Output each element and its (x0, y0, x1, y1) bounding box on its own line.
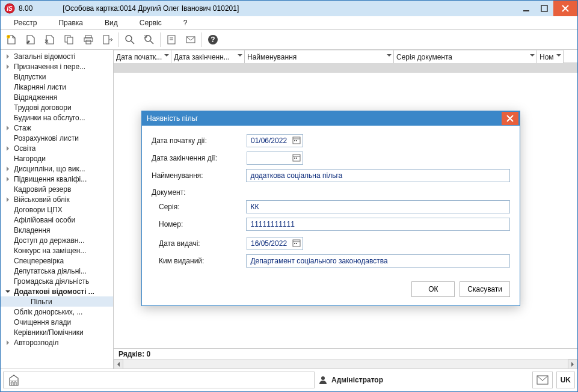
menu-help[interactable]: ? (183, 19, 188, 27)
tree-item[interactable]: Стаж (1, 123, 113, 133)
tree-item[interactable]: Нагороди (1, 153, 113, 164)
horizontal-scrollbar[interactable] (114, 359, 577, 369)
tree-item[interactable]: Афілійовані особи (1, 215, 113, 225)
tree-item-label: Стаж (14, 124, 31, 132)
end-date-label: Дата закінчення дії: (152, 154, 247, 162)
tree-item[interactable]: Відпустки (1, 72, 113, 82)
tree-item[interactable]: Дисципліни, що вик... (1, 164, 113, 174)
grid-column-header[interactable]: Дата закінченн... (171, 50, 245, 63)
maximize-button[interactable] (535, 1, 553, 16)
dropdown-icon[interactable] (387, 53, 392, 58)
chevron-right-icon (4, 278, 11, 285)
tree-item[interactable]: Договори ЦПХ (1, 204, 113, 215)
grid-column-header[interactable]: Найменування (245, 50, 394, 63)
tree-item[interactable]: Загальні відомості (1, 51, 113, 61)
tree-item[interactable]: Призначення і пере... (1, 61, 113, 72)
menu-edit[interactable]: Правка (58, 19, 83, 27)
scroll-left-button[interactable] (114, 360, 123, 369)
ok-button[interactable]: ОК (411, 281, 455, 297)
grid-column-header[interactable]: Ном (537, 50, 564, 63)
tree-item[interactable]: Пільги (1, 296, 113, 307)
tree-item[interactable]: Підвищення кваліфі... (1, 174, 113, 184)
edit-button[interactable] (21, 31, 40, 49)
dialog-titlebar[interactable]: Наявність пільг (142, 111, 520, 126)
menu-registry[interactable]: Реєстр (14, 19, 37, 27)
grid-column-label: Найменування (247, 53, 297, 61)
search-next-button[interactable] (140, 31, 159, 49)
document-section-label: Документ: (152, 188, 510, 197)
number-label: Номер: (152, 220, 246, 228)
number-input[interactable] (246, 218, 510, 231)
tree-item[interactable]: Відрядження (1, 92, 113, 102)
tree-item-label: Розрахункові листи (14, 134, 79, 142)
svg-rect-8 (84, 38, 93, 41)
status-mail[interactable] (532, 372, 553, 388)
tree-item-label: Громадська діяльність (14, 277, 89, 286)
tree-item[interactable]: Очищення влади (1, 317, 113, 327)
tree-item[interactable]: Будинки на обслуго... (1, 112, 113, 123)
tree-item[interactable]: Авторозподіл (1, 337, 113, 348)
issuer-input[interactable] (246, 254, 510, 268)
grid-column-header[interactable]: Дата початк... (114, 50, 171, 63)
tree-item[interactable]: Керівники/Помічники (1, 327, 113, 337)
grid-header: Дата початк...Дата закінченн...Найменува… (114, 50, 577, 63)
svg-rect-20 (294, 140, 295, 141)
tree-item[interactable]: Доступ до державн... (1, 235, 113, 245)
print-button[interactable] (79, 31, 98, 49)
menu-service[interactable]: Сервіс (140, 19, 162, 27)
grid-column-header[interactable]: Серія документа (394, 50, 537, 63)
svg-text:iS: iS (7, 5, 13, 12)
sidebar[interactable]: Загальні відомостіПризначення і пере...В… (1, 50, 114, 369)
dropdown-icon[interactable] (238, 53, 242, 58)
tree-item[interactable]: Депутатська діяльні... (1, 266, 113, 276)
dropdown-icon[interactable] (556, 53, 561, 58)
grid-column-label: Дата початк... (116, 53, 162, 61)
chevron-down-icon (4, 288, 11, 295)
tree-item[interactable]: Спецперевірка (1, 256, 113, 266)
status-locale[interactable]: UK (556, 372, 575, 388)
search-button[interactable] (120, 31, 140, 49)
tree-item[interactable]: Громадська діяльність (1, 276, 113, 286)
dialog-close-button[interactable] (502, 112, 518, 125)
chevron-right-icon (4, 124, 11, 132)
grid-column-label: Ном (540, 53, 554, 61)
svg-rect-9 (86, 40, 91, 44)
minimize-button[interactable] (517, 1, 535, 16)
chevron-right-icon (4, 73, 11, 81)
calendar-icon[interactable] (292, 136, 301, 144)
tree-item[interactable]: Розрахункові листи (1, 133, 113, 143)
note-button[interactable] (162, 31, 181, 49)
chevron-right-icon (4, 155, 11, 162)
mail-button[interactable] (181, 31, 200, 49)
tree-item[interactable]: Освіта (1, 143, 113, 153)
dropdown-icon[interactable] (164, 53, 169, 58)
tree-item[interactable]: Військовий облік (1, 194, 113, 204)
chevron-right-icon (4, 206, 11, 213)
tree-item[interactable]: Додаткові відомості ... (1, 286, 113, 296)
tree-item[interactable]: Трудові договори (1, 102, 113, 112)
tree-item[interactable]: Вкладення (1, 225, 113, 235)
tree-item[interactable]: Кадровий резерв (1, 184, 113, 194)
close-button[interactable] (553, 1, 577, 16)
chevron-right-icon (4, 216, 11, 224)
calendar-icon[interactable] (292, 239, 301, 247)
dropdown-icon[interactable] (530, 53, 535, 58)
calendar-icon[interactable] (292, 153, 301, 162)
menu-view[interactable]: Вид (105, 19, 118, 27)
new-button[interactable] (2, 31, 21, 49)
exit-button[interactable] (98, 31, 117, 49)
tree-item-label: Відпустки (14, 73, 46, 81)
cancel-button[interactable]: Скасувати (460, 281, 510, 297)
chevron-right-icon (4, 84, 11, 91)
cut-button[interactable] (40, 31, 60, 49)
series-input[interactable] (246, 200, 510, 213)
scroll-right-button[interactable] (568, 360, 577, 369)
series-label: Серія: (152, 203, 246, 211)
tree-item[interactable]: Лікарняні листи (1, 82, 113, 92)
tree-item[interactable]: Конкурс на заміщен... (1, 245, 113, 256)
copy-button[interactable] (60, 31, 79, 49)
tree-item[interactable]: Облік донорських, ... (1, 307, 113, 317)
svg-rect-6 (67, 37, 73, 44)
help-button[interactable]: ? (203, 31, 223, 49)
name-input[interactable] (246, 169, 510, 182)
